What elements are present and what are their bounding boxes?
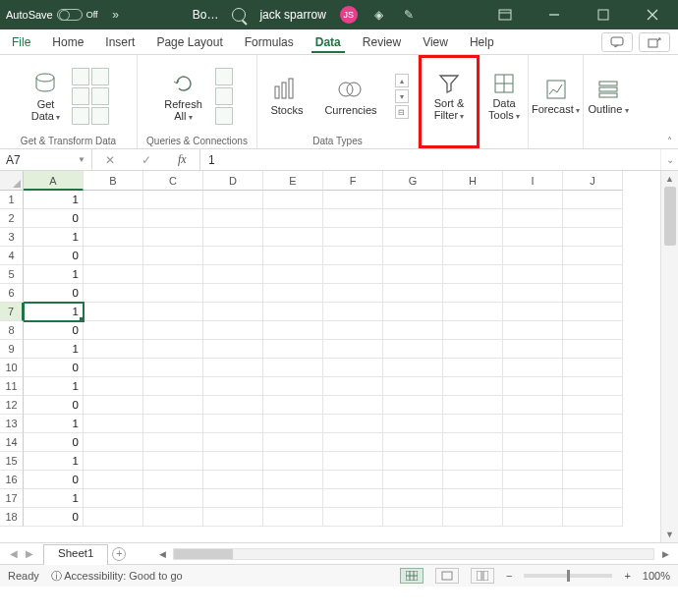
page-break-view-button[interactable] bbox=[471, 568, 494, 584]
cell-H3[interactable] bbox=[443, 228, 503, 247]
add-sheet-button[interactable]: + bbox=[108, 543, 130, 564]
hscroll-left-icon[interactable]: ◀ bbox=[155, 549, 169, 559]
cell-C5[interactable] bbox=[143, 265, 203, 284]
tab-insert[interactable]: Insert bbox=[101, 31, 139, 53]
row-header-5[interactable]: 5 bbox=[0, 265, 24, 284]
row-header-2[interactable]: 2 bbox=[0, 209, 24, 228]
row-header-3[interactable]: 3 bbox=[0, 228, 24, 247]
cell-F7[interactable] bbox=[323, 303, 383, 321]
cell-C4[interactable] bbox=[143, 247, 203, 265]
cell-G14[interactable] bbox=[383, 433, 443, 452]
outline-button[interactable]: Outline bbox=[584, 76, 632, 118]
cell-B11[interactable] bbox=[84, 377, 143, 396]
expand-formula-bar-icon[interactable]: ⌄ bbox=[660, 149, 678, 170]
accessibility-status[interactable]: ⓘ Accessibility: Good to go bbox=[51, 569, 183, 584]
cell-H9[interactable] bbox=[443, 340, 503, 359]
cell-H8[interactable] bbox=[443, 321, 503, 340]
cell-I9[interactable] bbox=[503, 340, 563, 359]
cell-E16[interactable] bbox=[263, 471, 323, 489]
cell-D8[interactable] bbox=[203, 321, 263, 340]
share-button[interactable] bbox=[639, 32, 670, 52]
refresh-all-button[interactable]: Refresh All bbox=[160, 69, 206, 125]
cell-H17[interactable] bbox=[443, 489, 503, 508]
cell-B9[interactable] bbox=[84, 340, 143, 359]
cell-A8[interactable]: 0 bbox=[24, 321, 84, 340]
cell-J14[interactable] bbox=[563, 433, 623, 452]
column-header-B[interactable]: B bbox=[84, 171, 143, 191]
zoom-out-button[interactable]: − bbox=[506, 570, 512, 582]
cell-C14[interactable] bbox=[143, 433, 203, 452]
cell-A15[interactable]: 1 bbox=[24, 452, 84, 471]
cell-E2[interactable] bbox=[263, 209, 323, 228]
cell-J4[interactable] bbox=[563, 247, 623, 265]
cell-D11[interactable] bbox=[203, 377, 263, 396]
cell-B4[interactable] bbox=[84, 247, 143, 265]
from-table-button[interactable] bbox=[72, 87, 89, 105]
cell-H16[interactable] bbox=[443, 471, 503, 489]
cell-E6[interactable] bbox=[263, 284, 323, 303]
cell-A6[interactable]: 0 bbox=[24, 284, 84, 303]
cell-H2[interactable] bbox=[443, 209, 503, 228]
row-header-8[interactable]: 8 bbox=[0, 321, 24, 340]
cell-A14[interactable]: 0 bbox=[24, 433, 84, 452]
cell-A10[interactable]: 0 bbox=[24, 359, 84, 377]
cell-B8[interactable] bbox=[84, 321, 143, 340]
cell-J13[interactable] bbox=[563, 415, 623, 433]
cell-C9[interactable] bbox=[143, 340, 203, 359]
cell-I10[interactable] bbox=[503, 359, 563, 377]
vertical-scrollbar[interactable]: ▲ ▼ bbox=[660, 171, 678, 542]
cell-I13[interactable] bbox=[503, 415, 563, 433]
cell-C15[interactable] bbox=[143, 452, 203, 471]
select-all-corner[interactable] bbox=[0, 171, 24, 191]
data-types-down-icon[interactable]: ▾ bbox=[395, 89, 409, 103]
cell-H14[interactable] bbox=[443, 433, 503, 452]
cell-E7[interactable] bbox=[263, 303, 323, 321]
cell-E12[interactable] bbox=[263, 396, 323, 415]
zoom-slider[interactable] bbox=[524, 574, 612, 578]
data-types-up-icon[interactable]: ▴ bbox=[395, 74, 409, 87]
cell-G11[interactable] bbox=[383, 377, 443, 396]
cell-F16[interactable] bbox=[323, 471, 383, 489]
cell-D15[interactable] bbox=[203, 452, 263, 471]
cell-I15[interactable] bbox=[503, 452, 563, 471]
cell-E1[interactable] bbox=[263, 191, 323, 209]
cell-A17[interactable]: 1 bbox=[24, 489, 84, 508]
enter-formula-icon[interactable]: ✓ bbox=[141, 153, 151, 167]
close-button[interactable] bbox=[633, 0, 672, 29]
cell-A18[interactable]: 0 bbox=[24, 508, 84, 527]
row-header-18[interactable]: 18 bbox=[0, 508, 24, 527]
cell-A3[interactable]: 1 bbox=[24, 228, 84, 247]
cell-E11[interactable] bbox=[263, 377, 323, 396]
cell-F3[interactable] bbox=[323, 228, 383, 247]
queries-connections-button[interactable] bbox=[215, 68, 233, 85]
cell-A16[interactable]: 0 bbox=[24, 471, 84, 489]
row-header-16[interactable]: 16 bbox=[0, 471, 24, 489]
cell-B5[interactable] bbox=[84, 265, 143, 284]
cell-C12[interactable] bbox=[143, 396, 203, 415]
tab-formulas[interactable]: Formulas bbox=[241, 31, 298, 53]
cell-J5[interactable] bbox=[563, 265, 623, 284]
cell-B6[interactable] bbox=[84, 284, 143, 303]
cell-D9[interactable] bbox=[203, 340, 263, 359]
cancel-formula-icon[interactable]: ✕ bbox=[105, 153, 115, 167]
cell-I14[interactable] bbox=[503, 433, 563, 452]
cell-J12[interactable] bbox=[563, 396, 623, 415]
cell-G10[interactable] bbox=[383, 359, 443, 377]
cell-C11[interactable] bbox=[143, 377, 203, 396]
diamond-icon[interactable]: ◈ bbox=[371, 8, 387, 22]
tab-page-layout[interactable]: Page Layout bbox=[152, 31, 226, 53]
column-header-D[interactable]: D bbox=[203, 171, 263, 191]
data-tools-button[interactable]: Data Tools bbox=[484, 70, 524, 124]
cell-H18[interactable] bbox=[443, 508, 503, 527]
autosave-toggle[interactable]: AutoSave Off bbox=[6, 9, 98, 21]
search-icon[interactable] bbox=[232, 8, 246, 22]
cell-A13[interactable]: 1 bbox=[24, 415, 84, 433]
cell-E4[interactable] bbox=[263, 247, 323, 265]
cell-B1[interactable] bbox=[84, 191, 143, 209]
cell-F6[interactable] bbox=[323, 284, 383, 303]
row-header-10[interactable]: 10 bbox=[0, 359, 24, 377]
cell-B16[interactable] bbox=[84, 471, 143, 489]
cell-F10[interactable] bbox=[323, 359, 383, 377]
cell-I12[interactable] bbox=[503, 396, 563, 415]
page-layout-view-button[interactable] bbox=[435, 568, 459, 584]
